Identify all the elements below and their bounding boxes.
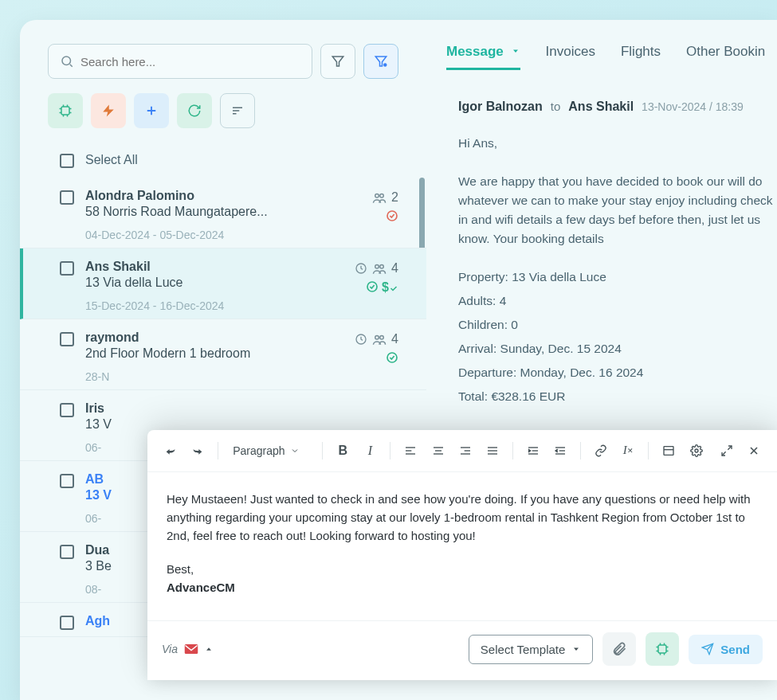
search-input[interactable] — [80, 55, 300, 68]
message-body: Hi Ans, We are happy that you have decid… — [446, 114, 777, 406]
caret-up-icon — [205, 645, 213, 653]
status-icon — [386, 209, 398, 222]
message-to: Ans Shakil — [568, 100, 634, 114]
paid-icon: $ — [382, 280, 398, 295]
message-header: Igor Balnozan to Ans Shakil 13-Nov-2024 … — [446, 100, 777, 114]
filter-button[interactable] — [320, 44, 355, 79]
guests-icon — [372, 262, 387, 275]
clear-format-button[interactable]: I✕ — [616, 438, 640, 463]
tabs: Message Invoices Flights Other Bookin — [446, 44, 777, 80]
undo-button[interactable] — [159, 438, 182, 463]
ai-button[interactable] — [48, 93, 83, 128]
search-box[interactable] — [48, 44, 312, 79]
svg-marker-58 — [206, 647, 211, 650]
svg-rect-5 — [61, 107, 69, 115]
select-all-label: Select All — [85, 153, 138, 167]
guests-icon — [372, 333, 387, 346]
outdent-button[interactable] — [548, 438, 572, 463]
quick-action-button[interactable] — [91, 93, 126, 128]
tab-other[interactable]: Other Bookin — [686, 44, 765, 70]
booking-checkbox[interactable] — [60, 545, 74, 559]
svg-line-1 — [70, 65, 73, 67]
redo-button[interactable] — [186, 438, 210, 463]
message-timestamp: 13-Nov-2024 / 18:39 — [642, 100, 744, 113]
svg-point-28 — [375, 336, 379, 340]
table-button[interactable] — [657, 438, 681, 463]
send-button[interactable]: Send — [689, 635, 763, 664]
booking-checkbox[interactable] — [60, 403, 74, 417]
template-select[interactable]: Select Template — [469, 635, 593, 664]
sort-button[interactable] — [220, 93, 255, 128]
via-selector[interactable]: Via — [162, 643, 213, 655]
svg-point-0 — [62, 57, 71, 65]
refresh-button[interactable] — [177, 93, 212, 128]
booking-property: 13 Via della Luce — [85, 276, 398, 290]
booking-dates: 28-N — [85, 370, 398, 383]
svg-point-21 — [380, 194, 384, 198]
svg-point-24 — [375, 265, 379, 269]
status-icon — [366, 280, 379, 295]
indent-button[interactable] — [521, 438, 545, 463]
svg-line-53 — [728, 446, 732, 450]
add-button[interactable] — [134, 93, 169, 128]
booking-checkbox[interactable] — [60, 332, 74, 346]
search-icon — [60, 54, 74, 68]
tab-invoices[interactable]: Invoices — [546, 44, 595, 70]
clock-icon — [355, 333, 367, 346]
signature-name: AdvanceCM — [167, 578, 758, 596]
svg-point-52 — [695, 449, 698, 452]
booking-checkbox[interactable] — [60, 261, 74, 276]
tab-message[interactable]: Message — [446, 44, 520, 70]
italic-button[interactable]: I — [358, 438, 382, 463]
align-justify-button[interactable] — [481, 438, 504, 463]
booking-name: raymond — [85, 330, 398, 345]
svg-marker-14 — [103, 105, 114, 117]
svg-line-54 — [722, 452, 726, 456]
booking-dates: 15-Dec-2024 - 16-Dec-2024 — [85, 299, 398, 312]
booking-dates: 04-Dec-2024 - 05-Dec-2024 — [85, 229, 398, 241]
compose-body[interactable]: Hey Mustaeen! Just wanted to check in an… — [147, 472, 777, 620]
message-to-label: to — [551, 100, 561, 113]
align-right-button[interactable] — [453, 438, 477, 463]
select-all-checkbox[interactable] — [60, 154, 74, 168]
close-button[interactable] — [742, 438, 766, 463]
svg-marker-2 — [332, 57, 343, 66]
clock-icon — [355, 262, 367, 275]
guest-count: 4 — [391, 332, 398, 346]
search-row — [20, 44, 426, 93]
svg-point-25 — [380, 265, 384, 269]
booking-item[interactable]: Alondra Palomino58 Norris Road Maungatap… — [20, 178, 426, 248]
chevron-down-icon — [511, 46, 520, 56]
expand-button[interactable] — [715, 438, 739, 463]
booking-name: Ans Shakil — [85, 260, 398, 274]
booking-item[interactable]: Ans Shakil13 Via della Luce15-Dec-2024 -… — [20, 248, 426, 319]
booking-checkbox[interactable] — [60, 474, 74, 488]
composer-toolbar: Paragraph B I I✕ — [147, 430, 777, 472]
booking-name: Alondra Palomino — [85, 189, 398, 203]
compose-footer: Via Select Template Send — [147, 620, 777, 680]
link-button[interactable] — [589, 438, 613, 463]
guests-icon — [372, 191, 387, 204]
svg-point-29 — [380, 336, 384, 340]
align-center-button[interactable] — [426, 438, 450, 463]
filter-active-button[interactable] — [363, 44, 398, 79]
guest-count: 2 — [391, 190, 398, 205]
svg-rect-57 — [185, 644, 198, 654]
message-from: Igor Balnozan — [458, 100, 543, 114]
booking-checkbox[interactable] — [60, 190, 74, 205]
paragraph-select[interactable]: Paragraph — [226, 444, 314, 457]
signature-best: Best, — [167, 560, 758, 578]
attach-button[interactable] — [602, 632, 636, 666]
bold-button[interactable]: B — [331, 438, 355, 463]
booking-checkbox[interactable] — [60, 616, 74, 630]
booking-property: 2nd Floor Modern 1 bedroom — [85, 346, 398, 361]
tab-flights[interactable]: Flights — [621, 44, 661, 70]
align-left-button[interactable] — [398, 438, 422, 463]
settings-button[interactable] — [684, 438, 708, 463]
svg-marker-31 — [513, 50, 518, 53]
message-intro: We are happy that you have decided to bo… — [458, 172, 777, 248]
booking-item[interactable]: raymond2nd Floor Modern 1 bedroom28-N4 — [20, 319, 426, 390]
ai-compose-button[interactable] — [646, 632, 679, 666]
status-icon — [386, 351, 398, 364]
select-all-row[interactable]: Select All — [20, 144, 426, 178]
